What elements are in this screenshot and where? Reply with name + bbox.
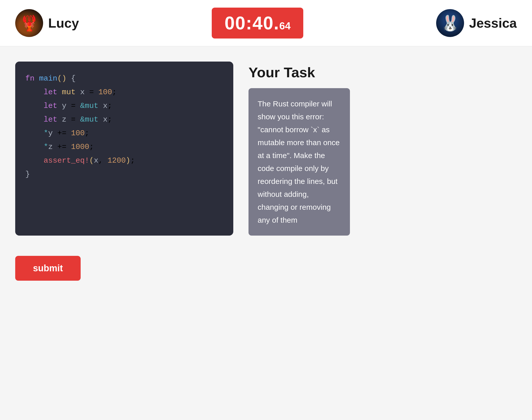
timer-decimal: 64 (279, 20, 291, 32)
submit-button[interactable]: submit (15, 256, 81, 281)
code-line-3: let y = &mut x; (25, 99, 223, 113)
header: Lucy 00:40. 64 Jessica (0, 0, 532, 46)
task-description: The Rust compiler will show you this err… (249, 88, 350, 236)
footer: submit (0, 246, 532, 291)
timer-main: 00:40. (224, 13, 279, 33)
task-title: Your Task (249, 64, 517, 81)
code-line-1: fn main() { (25, 72, 223, 85)
player1-name: Lucy (48, 15, 79, 31)
code-line-5: *y += 100; (25, 126, 223, 140)
player2-name: Jessica (469, 15, 517, 31)
task-panel: Your Task The Rust compiler will show yo… (249, 62, 517, 236)
code-line-2: let mut x = 100; (25, 85, 223, 99)
code-line-6: *z += 1000; (25, 140, 223, 154)
timer: 00:40. 64 (212, 8, 303, 39)
main-content: fn main() { let mut x = 100; let y = &mu… (0, 46, 532, 246)
player2: Jessica (436, 9, 517, 37)
code-line-8: } (25, 167, 223, 181)
code-line-7: assert_eq!(x, 1200); (25, 154, 223, 167)
player1-avatar (15, 9, 43, 37)
player2-avatar (436, 9, 464, 37)
code-editor[interactable]: fn main() { let mut x = 100; let y = &mu… (15, 62, 233, 236)
player1: Lucy (15, 9, 79, 37)
code-line-4: let z = &mut x; (25, 113, 223, 126)
